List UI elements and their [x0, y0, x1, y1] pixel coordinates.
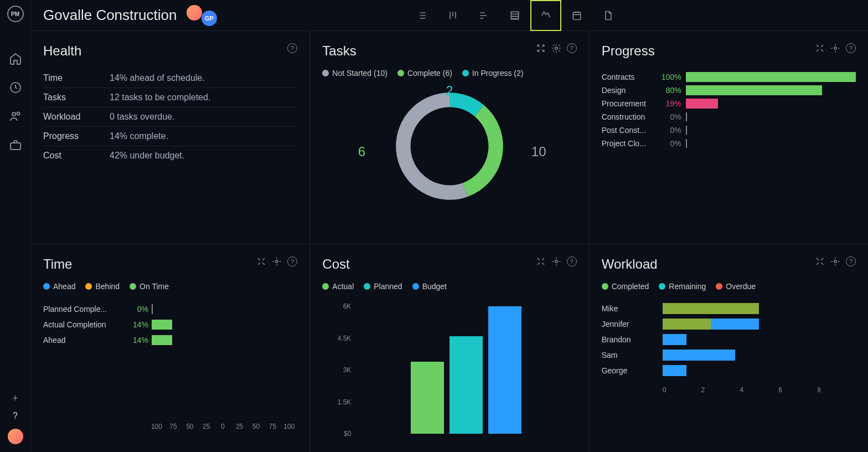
svg-point-2 — [17, 112, 19, 115]
expand-icon[interactable] — [815, 43, 825, 53]
legend-item: Not Started (10) — [322, 69, 388, 78]
progress-percent: 19% — [655, 99, 681, 108]
progress-row: Contracts 100% — [602, 72, 856, 82]
progress-percent: 0% — [655, 112, 681, 121]
add-icon[interactable]: + — [12, 393, 18, 404]
view-calendar-icon[interactable] — [561, 0, 592, 31]
view-file-icon[interactable] — [592, 0, 623, 31]
cost-bar — [411, 362, 444, 434]
expand-icon[interactable] — [536, 43, 546, 53]
view-tabs — [406, 0, 623, 31]
gear-icon[interactable] — [272, 256, 282, 266]
progress-row: Construction 0% — [602, 112, 856, 122]
expand-icon[interactable] — [536, 256, 546, 266]
workload-legend: CompletedRemainingOverdue — [602, 282, 856, 291]
health-row: Progress 14% complete. — [43, 127, 297, 146]
health-metrics: Time 14% ahead of schedule. Tasks 12 tas… — [43, 69, 297, 165]
help-icon[interactable]: ? — [567, 256, 577, 266]
panel-progress: ? Progress Contracts 100% Design 80% Pro… — [590, 31, 868, 244]
expand-icon[interactable] — [256, 256, 266, 266]
gear-icon[interactable] — [830, 43, 840, 53]
panel-workload: ? Workload CompletedRemainingOverdue Mik… — [590, 244, 868, 452]
time-axis: 1007550250255075100 — [43, 423, 297, 430]
cost-bar — [450, 336, 483, 434]
progress-percent: 80% — [655, 86, 681, 95]
legend-item: Completed — [602, 282, 649, 291]
svg-point-9 — [555, 260, 557, 263]
legend-item: Overdue — [716, 282, 756, 291]
health-label: Workload — [43, 112, 110, 122]
health-value: 14% ahead of schedule. — [110, 73, 297, 83]
view-board-icon[interactable] — [437, 0, 468, 31]
progress-bars: Contracts 100% Design 80% Procurement 19… — [602, 69, 856, 152]
time-bars: Planned Comple... 0% Actual Completion 1… — [43, 299, 297, 351]
time-label: Ahead — [43, 336, 121, 345]
legend-item: Budget — [412, 282, 447, 291]
workload-name: Sam — [602, 351, 663, 359]
panel-cost: ? Cost ActualPlannedBudget 6K4.5K3K1.5K$… — [310, 244, 588, 452]
panel-tasks: ? Tasks Not Started (10)Complete (6)In P… — [310, 31, 588, 244]
health-row: Time 14% ahead of schedule. — [43, 69, 297, 88]
time-row: Planned Comple... 0% — [43, 304, 297, 314]
time-percent: 14% — [121, 320, 148, 329]
help-icon[interactable]: ? — [846, 256, 856, 266]
clock-icon[interactable] — [9, 81, 22, 94]
workload-row: Jennifer — [602, 319, 856, 330]
help-icon[interactable]: ? — [287, 256, 297, 266]
view-sheet-icon[interactable] — [499, 0, 530, 31]
time-legend: AheadBehindOn Time — [43, 282, 297, 291]
header: Govalle Construction GP — [31, 0, 868, 31]
home-icon[interactable] — [9, 52, 22, 65]
health-label: Tasks — [43, 93, 110, 102]
help-icon[interactable]: ? — [13, 411, 18, 421]
health-value: 12 tasks to be completed. — [110, 93, 297, 102]
briefcase-icon[interactable] — [9, 138, 22, 152]
left-nav-rail: PM + ? — [0, 0, 31, 452]
time-row: Ahead 14% — [43, 335, 297, 345]
view-dashboard-icon[interactable] — [530, 0, 561, 31]
time-label: Actual Completion — [43, 320, 121, 329]
tasks-donut-chart: 2 6 10 — [322, 85, 576, 207]
cost-legend: ActualPlannedBudget — [322, 282, 576, 291]
workload-row: Sam — [602, 350, 856, 361]
gear-icon[interactable] — [551, 256, 561, 266]
time-label: Planned Comple... — [43, 305, 121, 314]
legend-item: Actual — [322, 282, 354, 291]
health-row: Cost 42% under budget. — [43, 146, 297, 165]
workload-bars: Mike Jennifer Brandon Sam George — [602, 299, 856, 381]
gear-icon[interactable] — [551, 43, 561, 53]
svg-point-8 — [276, 260, 278, 263]
workload-row: Brandon — [602, 334, 856, 345]
progress-name: Design — [602, 86, 655, 95]
progress-name: Post Const... — [602, 126, 655, 135]
svg-point-10 — [834, 260, 837, 263]
app-logo[interactable]: PM — [7, 6, 24, 22]
legend-item: On Time — [130, 282, 169, 291]
legend-item: Complete (6) — [397, 69, 452, 78]
view-list-icon[interactable] — [406, 0, 437, 31]
progress-name: Contracts — [602, 73, 655, 81]
help-icon[interactable]: ? — [846, 43, 856, 53]
gear-icon[interactable] — [830, 256, 840, 266]
time-percent: 14% — [121, 336, 148, 345]
health-row: Workload 0 tasks overdue. — [43, 107, 297, 127]
workload-name: Jennifer — [602, 320, 663, 328]
progress-name: Procurement — [602, 99, 655, 108]
project-members[interactable]: GP — [187, 5, 216, 26]
health-value: 0 tasks overdue. — [110, 112, 297, 122]
panel-title: Health — [43, 43, 297, 59]
help-icon[interactable]: ? — [567, 43, 577, 53]
expand-icon[interactable] — [815, 256, 825, 266]
help-icon[interactable]: ? — [287, 43, 297, 53]
health-row: Tasks 12 tasks to be completed. — [43, 88, 297, 107]
panel-time: ? Time AheadBehindOn Time Planned Comple… — [31, 244, 309, 452]
health-label: Time — [43, 73, 110, 83]
user-avatar[interactable] — [8, 429, 23, 444]
time-row: Actual Completion 14% — [43, 320, 297, 330]
progress-row: Project Clo... 0% — [602, 138, 856, 148]
workload-row: Mike — [602, 303, 856, 314]
team-icon[interactable] — [9, 110, 22, 123]
time-percent: 0% — [121, 305, 148, 314]
health-value: 42% under budget. — [110, 151, 297, 161]
view-gantt-icon[interactable] — [468, 0, 499, 31]
